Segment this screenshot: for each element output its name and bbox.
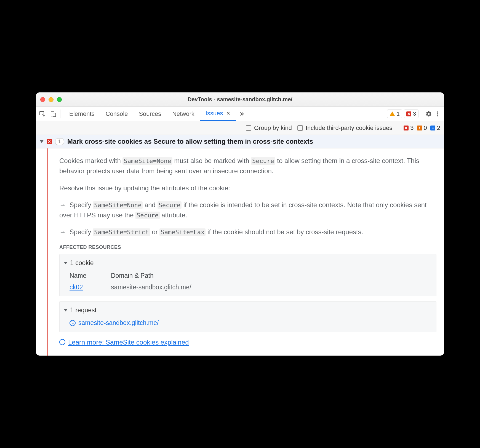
issue-row-header[interactable]: ✕ 1 Mark cross-site cookies as Secure to… bbox=[36, 135, 444, 148]
main-toolbar: Elements Console Sources Network Issues … bbox=[36, 107, 444, 121]
tab-network[interactable]: Network bbox=[167, 107, 200, 121]
code-samesite-strict: SameSite=Strict bbox=[93, 228, 150, 236]
checkbox-label: Include third-party cookie issues bbox=[306, 124, 392, 132]
learn-more-text: Learn more: SameSite cookies explained bbox=[68, 337, 189, 347]
svg-rect-2 bbox=[53, 113, 56, 117]
panel-tabs: Elements Console Sources Network Issues … bbox=[64, 107, 247, 121]
minimize-window-button[interactable] bbox=[49, 97, 54, 102]
tab-issues[interactable]: Issues ✕ bbox=[200, 107, 236, 121]
settings-icon[interactable] bbox=[425, 111, 432, 117]
checkbox-label: Group by kind bbox=[254, 124, 292, 132]
more-options-icon[interactable] bbox=[434, 111, 441, 117]
svg-rect-0 bbox=[40, 111, 44, 115]
open-link-icon: → bbox=[59, 339, 65, 345]
arrow-right-icon: → bbox=[59, 227, 66, 237]
affected-requests-box: 1 request ⇅ samesite-sandbox.glitch.me/ bbox=[59, 301, 436, 332]
warnings-count: 1 bbox=[397, 111, 400, 117]
tab-label: Network bbox=[172, 110, 194, 118]
devtools-window: DevTools - samesite-sandbox.glitch.me/ E… bbox=[36, 92, 444, 355]
network-request-icon: ⇅ bbox=[70, 320, 76, 326]
issue-description-paragraph: Cookies marked with SameSite=None must a… bbox=[59, 156, 436, 176]
issue-bullet: → Specify SameSite=None and Secure if th… bbox=[59, 200, 436, 220]
tab-console[interactable]: Console bbox=[100, 107, 134, 121]
maximize-window-button[interactable] bbox=[57, 97, 62, 102]
error-icon: ✕ bbox=[47, 139, 52, 144]
learn-more-link[interactable]: → Learn more: SameSite cookies explained bbox=[59, 337, 436, 347]
counter-value: 3 bbox=[410, 124, 414, 132]
error-icon: ✕ bbox=[404, 126, 409, 130]
improvements-counter[interactable]: ≡ 2 bbox=[430, 124, 440, 132]
request-row[interactable]: ⇅ samesite-sandbox.glitch.me/ bbox=[70, 318, 432, 328]
affected-requests-header[interactable]: 1 request bbox=[64, 305, 432, 315]
titlebar: DevTools - samesite-sandbox.glitch.me/ bbox=[36, 92, 444, 107]
affected-cookies-box: 1 cookie Name Domain & Path ck02 samesit… bbox=[59, 254, 436, 296]
issue-title: Mark cross-site cookies as Secure to all… bbox=[67, 138, 313, 145]
arrow-right-icon: → bbox=[59, 200, 66, 210]
more-tabs-button[interactable] bbox=[236, 107, 247, 121]
group-by-kind-checkbox[interactable]: Group by kind bbox=[246, 124, 292, 132]
errors-count: 3 bbox=[413, 111, 416, 117]
cookie-name-link[interactable]: ck02 bbox=[70, 284, 83, 291]
checkbox-icon bbox=[297, 125, 303, 131]
close-window-button[interactable] bbox=[40, 97, 45, 102]
tab-sources[interactable]: Sources bbox=[133, 107, 167, 121]
counter-value: 2 bbox=[437, 124, 440, 132]
cookie-domain-value: samesite-sandbox.glitch.me/ bbox=[111, 282, 432, 292]
code-secure: Secure bbox=[251, 157, 275, 165]
code-samesite-lax: SameSite=Lax bbox=[159, 228, 206, 236]
tab-label: Sources bbox=[139, 110, 161, 118]
svg-point-3 bbox=[437, 111, 438, 113]
inspect-element-icon[interactable] bbox=[39, 111, 46, 117]
close-tab-icon[interactable]: ✕ bbox=[226, 110, 230, 116]
code-samesite-none: SameSite=None bbox=[122, 157, 172, 165]
device-toolbar-icon[interactable] bbox=[50, 111, 57, 117]
toolbar-status-badges: 1 ✕ 3 bbox=[387, 110, 418, 118]
tab-elements[interactable]: Elements bbox=[64, 107, 100, 121]
code-secure: Secure bbox=[135, 212, 159, 219]
window-controls bbox=[40, 97, 62, 102]
warnings-badge[interactable]: 1 bbox=[387, 110, 402, 118]
svg-point-4 bbox=[437, 113, 438, 114]
warning-square-icon: ! bbox=[417, 126, 422, 130]
expand-arrow-icon[interactable] bbox=[40, 140, 44, 143]
warning-icon bbox=[390, 111, 395, 116]
tab-label: Console bbox=[106, 110, 128, 118]
code-secure: Secure bbox=[158, 201, 182, 209]
request-url: samesite-sandbox.glitch.me/ bbox=[78, 318, 159, 328]
column-domain: Domain & Path bbox=[111, 271, 432, 281]
issues-filter-bar: Group by kind Include third-party cookie… bbox=[36, 121, 444, 135]
requests-count-label: 1 request bbox=[70, 305, 97, 315]
affected-resources-label: AFFECTED RESOURCES bbox=[59, 244, 436, 251]
include-third-party-checkbox[interactable]: Include third-party cookie issues bbox=[297, 124, 392, 132]
breaking-changes-counter[interactable]: ! 0 bbox=[417, 124, 427, 132]
tab-label: Issues bbox=[206, 110, 223, 117]
tab-label: Elements bbox=[69, 110, 95, 118]
issue-bullet: → Specify SameSite=Strict or SameSite=La… bbox=[59, 227, 436, 237]
cookies-count-label: 1 cookie bbox=[70, 258, 94, 268]
svg-point-5 bbox=[437, 115, 438, 116]
column-name: Name bbox=[70, 271, 111, 281]
code-samesite-none: SameSite=None bbox=[93, 201, 143, 209]
page-errors-counter[interactable]: ✕ 3 bbox=[404, 124, 414, 132]
counter-value: 0 bbox=[424, 124, 427, 132]
affected-cookies-header[interactable]: 1 cookie bbox=[64, 258, 432, 268]
error-icon: ✕ bbox=[406, 111, 411, 116]
window-title: DevTools - samesite-sandbox.glitch.me/ bbox=[36, 96, 444, 103]
info-icon: ≡ bbox=[430, 126, 435, 130]
issue-occurrence-count: 1 bbox=[55, 138, 64, 145]
issue-body: Cookies marked with SameSite=None must a… bbox=[36, 148, 444, 355]
expand-arrow-icon[interactable] bbox=[64, 262, 67, 264]
expand-arrow-icon[interactable] bbox=[64, 309, 67, 311]
issue-resolution-intro: Resolve this issue by updating the attri… bbox=[59, 183, 436, 193]
checkbox-icon bbox=[246, 125, 251, 131]
errors-badge[interactable]: ✕ 3 bbox=[404, 110, 418, 118]
